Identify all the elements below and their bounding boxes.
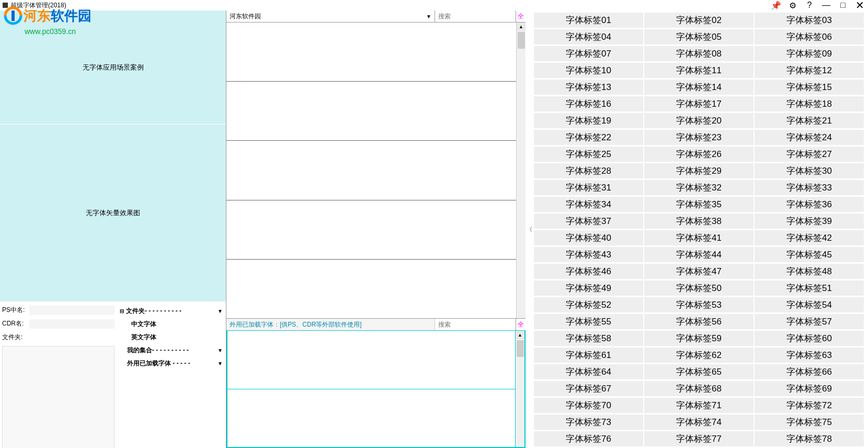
search-input[interactable] bbox=[435, 10, 516, 22]
loaded-scrollbar[interactable]: ▲ bbox=[515, 331, 524, 447]
font-tag[interactable]: 字体标签37 bbox=[534, 214, 643, 229]
font-tag[interactable]: 字体标签21 bbox=[755, 113, 864, 128]
chevron-down-icon[interactable]: ▼ bbox=[218, 348, 223, 353]
font-tag[interactable]: 字体标签75 bbox=[755, 415, 864, 430]
font-tag[interactable]: 字体标签31 bbox=[534, 180, 643, 195]
font-tag[interactable]: 字体标签68 bbox=[644, 381, 753, 396]
search-box[interactable] bbox=[435, 10, 516, 22]
font-tag[interactable]: 字体标签25 bbox=[534, 147, 643, 162]
font-tag[interactable]: 字体标签56 bbox=[644, 314, 753, 329]
font-tag[interactable]: 字体标签71 bbox=[644, 398, 753, 413]
maximize-button[interactable]: □ bbox=[837, 1, 849, 10]
collapse-icon[interactable]: ⊟ bbox=[120, 308, 126, 314]
font-tag[interactable]: 字体标签24 bbox=[755, 130, 864, 145]
font-tag[interactable]: 字体标签18 bbox=[755, 96, 864, 111]
scroll-up-icon[interactable]: ▲ bbox=[517, 23, 526, 31]
font-tag[interactable]: 字体标签67 bbox=[534, 381, 643, 396]
font-tag[interactable]: 字体标签03 bbox=[755, 13, 864, 28]
font-tag[interactable]: 字体标签29 bbox=[644, 163, 753, 178]
font-tag[interactable]: 字体标签13 bbox=[534, 80, 643, 95]
font-tag[interactable]: 字体标签72 bbox=[755, 398, 864, 413]
font-cell[interactable] bbox=[226, 23, 516, 82]
chevron-down-icon[interactable]: ▼ bbox=[218, 308, 223, 314]
font-tag[interactable]: 字体标签76 bbox=[534, 431, 643, 446]
font-tag[interactable]: 字体标签30 bbox=[755, 163, 864, 178]
font-tag[interactable]: 字体标签77 bbox=[644, 431, 753, 446]
font-tag[interactable]: 字体标签48 bbox=[755, 264, 864, 279]
font-tag[interactable]: 字体标签15 bbox=[755, 80, 864, 95]
loaded-font-cell[interactable] bbox=[227, 331, 515, 389]
font-tag[interactable]: 字体标签47 bbox=[644, 264, 753, 279]
font-tag[interactable]: 字体标签59 bbox=[644, 331, 753, 346]
pin-icon[interactable]: 📌 bbox=[770, 1, 782, 10]
scrollbar[interactable]: ▲ bbox=[516, 23, 526, 318]
font-tag[interactable]: 字体标签09 bbox=[755, 46, 864, 61]
font-tag[interactable]: 字体标签26 bbox=[644, 147, 753, 162]
font-tag[interactable]: 字体标签61 bbox=[534, 348, 643, 363]
tree-my-collection[interactable]: 我的集合- - - - - - - - - - ▼ bbox=[117, 344, 226, 357]
font-tag[interactable]: 字体标签55 bbox=[534, 314, 643, 329]
font-tag[interactable]: 字体标签28 bbox=[534, 163, 643, 178]
font-cell[interactable] bbox=[226, 82, 516, 141]
select-all-button[interactable]: 全 bbox=[516, 10, 526, 22]
font-tag[interactable]: 字体标签17 bbox=[644, 96, 753, 111]
font-tag[interactable]: 字体标签58 bbox=[534, 331, 643, 346]
tree-cn-fonts[interactable]: 中文字体 bbox=[117, 318, 226, 331]
font-tag[interactable]: 字体标签19 bbox=[534, 113, 643, 128]
font-tag[interactable]: 字体标签45 bbox=[755, 247, 864, 262]
scroll-thumb[interactable] bbox=[517, 340, 524, 357]
font-tag[interactable]: 字体标签62 bbox=[644, 348, 753, 363]
collapse-handle[interactable]: 《 bbox=[526, 10, 533, 448]
close-button[interactable]: ✕ bbox=[853, 0, 866, 12]
font-tag[interactable]: 字体标签07 bbox=[534, 46, 643, 61]
font-tag[interactable]: 字体标签44 bbox=[644, 247, 753, 262]
font-tag[interactable]: 字体标签78 bbox=[755, 431, 864, 446]
font-tag[interactable]: 字体标签57 bbox=[755, 314, 864, 329]
font-tag[interactable]: 字体标签63 bbox=[755, 348, 864, 363]
font-tag[interactable]: 字体标签66 bbox=[755, 364, 864, 379]
font-tag[interactable]: 字体标签35 bbox=[644, 197, 753, 212]
font-tag[interactable]: 字体标签36 bbox=[755, 197, 864, 212]
font-tag[interactable]: 字体标签27 bbox=[755, 147, 864, 162]
font-tag[interactable]: 字体标签10 bbox=[534, 63, 643, 78]
font-tag[interactable]: 字体标签74 bbox=[644, 415, 753, 430]
font-cell[interactable] bbox=[226, 260, 516, 318]
font-tag[interactable]: 字体标签05 bbox=[644, 29, 753, 44]
settings-icon[interactable]: ⚙ bbox=[786, 1, 799, 10]
font-tag[interactable]: 字体标签42 bbox=[755, 230, 864, 245]
font-tag[interactable]: 字体标签02 bbox=[644, 13, 753, 28]
font-cell[interactable] bbox=[226, 200, 516, 260]
font-tag[interactable]: 字体标签40 bbox=[534, 230, 643, 245]
font-tag[interactable]: 字体标签22 bbox=[534, 130, 643, 145]
tree-folders[interactable]: ⊟ 文件夹- - - - - - - - - - ▼ bbox=[117, 305, 226, 318]
font-tag[interactable]: 字体标签51 bbox=[755, 281, 864, 296]
font-tag[interactable]: 字体标签06 bbox=[755, 29, 864, 44]
scroll-thumb[interactable] bbox=[518, 32, 525, 49]
font-tag[interactable]: 字体标签43 bbox=[534, 247, 643, 262]
font-tag[interactable]: 字体标签69 bbox=[755, 381, 864, 396]
loaded-search-box[interactable] bbox=[435, 319, 516, 330]
font-tag[interactable]: 字体标签16 bbox=[534, 96, 643, 111]
font-tag[interactable]: 字体标签41 bbox=[644, 230, 753, 245]
font-tag[interactable]: 字体标签20 bbox=[644, 113, 753, 128]
loaded-select-all[interactable]: 全 bbox=[516, 319, 526, 330]
font-tag[interactable]: 字体标签01 bbox=[534, 13, 643, 28]
font-tag[interactable]: 字体标签38 bbox=[644, 214, 753, 229]
font-tag[interactable]: 字体标签14 bbox=[644, 80, 753, 95]
font-cell[interactable] bbox=[226, 141, 516, 200]
font-tag[interactable]: 字体标签33 bbox=[755, 180, 864, 195]
font-tag[interactable]: 字体标签39 bbox=[755, 214, 864, 229]
font-tag[interactable]: 字体标签65 bbox=[644, 364, 753, 379]
font-tag[interactable]: 字体标签34 bbox=[534, 197, 643, 212]
help-icon[interactable]: ? bbox=[803, 1, 816, 10]
scroll-up-icon[interactable]: ▲ bbox=[516, 331, 524, 339]
loaded-font-cell[interactable] bbox=[227, 389, 515, 447]
font-tag[interactable]: 字体标签46 bbox=[534, 264, 643, 279]
font-tag[interactable]: 字体标签70 bbox=[534, 398, 643, 413]
font-tag[interactable]: 字体标签12 bbox=[755, 63, 864, 78]
chevron-down-icon[interactable]: ▼ bbox=[218, 361, 223, 366]
loaded-search-input[interactable] bbox=[435, 319, 516, 330]
font-tag[interactable]: 字体标签04 bbox=[534, 29, 643, 44]
info-textarea[interactable] bbox=[2, 346, 115, 448]
font-tag[interactable]: 字体标签32 bbox=[644, 180, 753, 195]
